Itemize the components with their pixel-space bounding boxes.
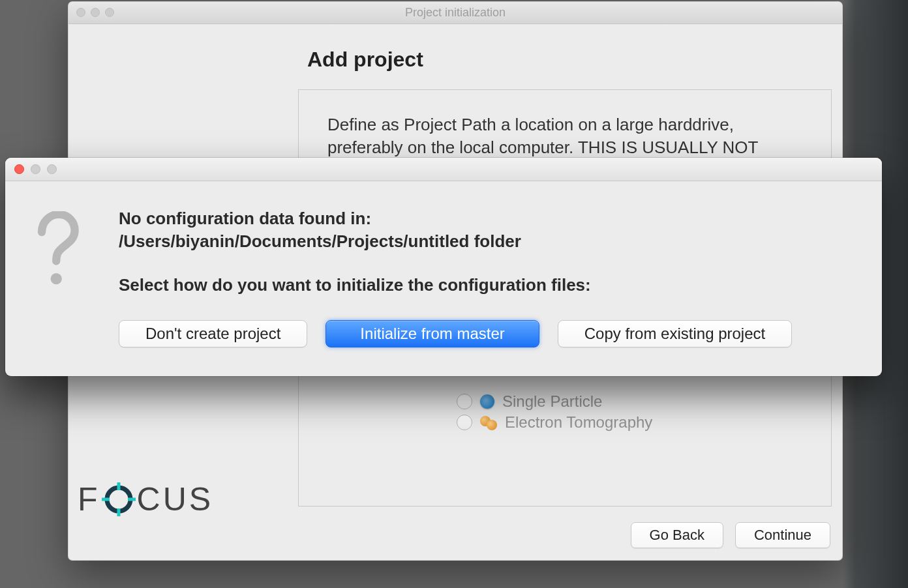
window-title: Project initialization xyxy=(405,6,506,20)
svg-point-0 xyxy=(107,488,130,511)
minimize-icon[interactable] xyxy=(91,8,100,17)
radio-icon xyxy=(457,415,472,430)
copy-from-existing-button[interactable]: Copy from existing project xyxy=(558,320,792,347)
focus-logo: F CUS xyxy=(78,480,213,518)
message-path: /Users/biyanin/Documents/Projects/untitl… xyxy=(119,230,856,253)
minimize-icon xyxy=(31,164,40,174)
zoom-icon xyxy=(47,164,57,174)
mode-label: Single Particle xyxy=(502,392,602,411)
question-mark-icon xyxy=(31,207,90,294)
window-traffic-lights xyxy=(76,8,114,17)
svg-point-5 xyxy=(51,273,62,284)
go-back-button[interactable]: Go Back xyxy=(631,522,723,548)
dialog-traffic-lights xyxy=(14,164,57,174)
target-icon xyxy=(102,482,136,516)
initialize-from-master-button[interactable]: Initialize from master xyxy=(325,320,539,347)
dont-create-button[interactable]: Don't create project xyxy=(119,320,307,347)
window-titlebar: Project initialization xyxy=(68,2,842,24)
dialog-body: No configuration data found in: /Users/b… xyxy=(5,181,882,376)
close-icon[interactable] xyxy=(14,164,24,174)
mode-label: Electron Tomography xyxy=(505,413,652,432)
single-particle-icon xyxy=(480,394,494,409)
zoom-icon[interactable] xyxy=(105,8,114,17)
dialog-actions: Don't create project Initialize from mas… xyxy=(119,320,856,347)
message-line-1: No configuration data found in: xyxy=(119,207,856,230)
page-heading: Add project xyxy=(307,48,832,72)
logo-pre: F xyxy=(78,480,100,518)
dialog-titlebar xyxy=(5,158,882,181)
radio-icon xyxy=(457,394,472,409)
mode-option-single-particle[interactable]: Single Particle xyxy=(457,392,652,411)
project-info-text: Define as Project Path a location on a l… xyxy=(327,113,802,159)
wizard-buttons: Go Back Continue xyxy=(631,522,830,548)
logo-post: CUS xyxy=(137,480,214,518)
message-prompt: Select how do you want to initialize the… xyxy=(119,274,856,297)
continue-button[interactable]: Continue xyxy=(735,522,830,548)
config-init-dialog: No configuration data found in: /Users/b… xyxy=(5,158,882,376)
project-mode-list: Single Particle Electron Tomography xyxy=(457,392,652,434)
close-icon[interactable] xyxy=(76,8,85,17)
electron-tomography-icon xyxy=(480,415,497,430)
dialog-message: No configuration data found in: /Users/b… xyxy=(119,207,856,347)
mode-option-electron-tomography[interactable]: Electron Tomography xyxy=(457,413,652,432)
